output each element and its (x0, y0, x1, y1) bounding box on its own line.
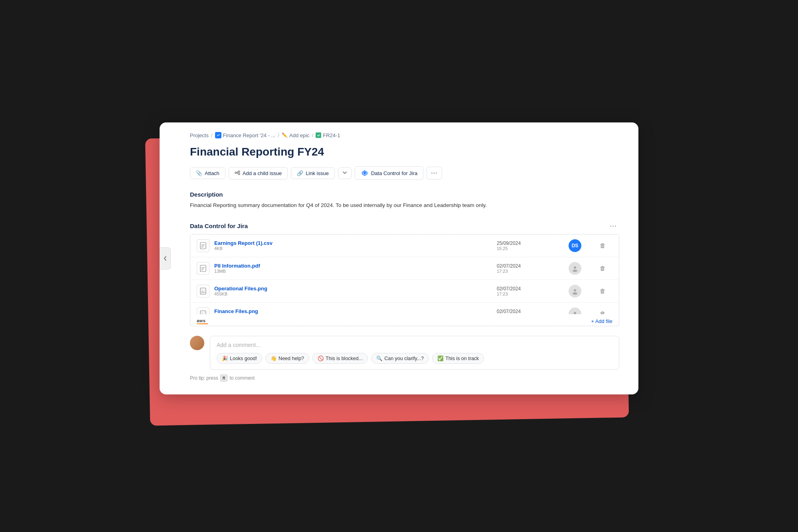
description-title: Description (190, 191, 619, 198)
delete-file-button[interactable]: 🗑 (593, 240, 612, 250)
svg-point-4 (238, 173, 240, 175)
main-card: Projects / Finance Report '24 - ... / ✏️… (160, 122, 638, 394)
file-size: 455KB (214, 292, 267, 296)
svg-rect-15 (200, 311, 206, 314)
comment-placeholder[interactable]: Add a comment... (217, 342, 612, 348)
file-date: 02/07/2024 (497, 309, 569, 314)
breadcrumb-sep-2: / (278, 132, 279, 138)
delete-file-button[interactable]: 🗑 (593, 286, 612, 296)
file-time: 15:25 (497, 246, 569, 251)
table-row: Earnings Report (1).csv 4KB 25/09/2024 1… (190, 234, 619, 257)
table-row: Operational Files.png 455KB 02/07/2024 1… (190, 280, 619, 303)
file-info: Finance Files.png 429KB (197, 307, 497, 314)
files-table: Earnings Report (1).csv 4KB 25/09/2024 1… (190, 234, 619, 327)
svg-rect-11 (200, 288, 206, 294)
pdf-file-icon (197, 262, 209, 275)
file-info: PII Information.pdf 13MB (197, 262, 497, 275)
svg-point-16 (202, 312, 203, 313)
data-control-button[interactable]: Data Control for Jira (355, 166, 423, 180)
description-text: Financial Reporting summary documentatio… (190, 201, 619, 210)
chip-blocked[interactable]: 🚫 This is blocked... (312, 353, 368, 364)
link-icon: 🔗 (297, 170, 303, 176)
breadcrumb-fr24[interactable]: FR24-1 (316, 132, 340, 138)
chip-need-help[interactable]: 👋 Need help? (265, 353, 309, 364)
avatar (569, 285, 581, 298)
dcj-header: Data Control for Jira ··· (190, 221, 619, 231)
file-date: 02/07/2024 (497, 286, 569, 292)
dcj-more-button[interactable]: ··· (607, 221, 619, 231)
avatar (569, 307, 581, 314)
toolbar: 📎 Attach Add a child issue (190, 166, 619, 180)
file-name[interactable]: Finance Files.png (214, 308, 258, 314)
chip-looks-good[interactable]: 🎉 Looks good! (217, 353, 262, 364)
svg-rect-8 (200, 265, 206, 272)
breadcrumb-projects[interactable]: Projects (190, 132, 209, 138)
add-child-icon (235, 170, 240, 177)
avatar-image (190, 336, 204, 350)
file-size: 13MB (214, 269, 260, 274)
file-name[interactable]: Operational Files.png (214, 286, 267, 292)
file-name[interactable]: Earnings Report (1).csv (214, 240, 273, 246)
add-file-button[interactable]: + Add file (591, 318, 612, 324)
delete-file-button[interactable]: 🗑 (593, 309, 612, 314)
svg-point-10 (573, 270, 577, 272)
chip-on-track[interactable]: ✅ This is on track (432, 353, 484, 364)
aws-underline (197, 323, 208, 325)
commenter-avatar (190, 336, 204, 350)
comment-chips: 🎉 Looks good! 👋 Need help? 🚫 This is blo… (217, 353, 612, 364)
svg-point-14 (573, 292, 577, 295)
need-help-emoji: 👋 (271, 355, 277, 361)
looks-good-emoji: 🎉 (222, 355, 228, 361)
breadcrumb-sep-1: / (211, 132, 213, 138)
fr24-icon (316, 132, 321, 138)
breadcrumb: Projects / Finance Report '24 - ... / ✏️… (190, 132, 619, 138)
table-row: PII Information.pdf 13MB 02/07/2024 17:2… (190, 257, 619, 280)
svg-point-9 (574, 266, 576, 269)
table-row: Finance Files.png 429KB 02/07/2024 17:23 (190, 303, 619, 314)
attach-icon: 📎 (196, 170, 202, 176)
svg-point-13 (574, 289, 576, 292)
svg-rect-7 (200, 242, 206, 249)
csv-file-icon (197, 239, 209, 252)
description-section: Description Financial Reporting summary … (190, 191, 619, 210)
on-track-emoji: ✅ (437, 355, 444, 361)
add-child-issue-button[interactable]: Add a child issue (229, 167, 288, 179)
dcj-title: Data Control for Jira (190, 223, 248, 229)
avatar: DS (569, 239, 581, 252)
file-size: 4KB (214, 246, 273, 251)
sidebar-toggle-button[interactable] (160, 247, 171, 270)
aws-logo: aws (197, 318, 208, 325)
dropdown-button[interactable] (338, 167, 352, 179)
png-file-icon-2 (197, 307, 209, 314)
files-footer: aws + Add file (190, 314, 619, 326)
breadcrumb-add-epic[interactable]: ✏️ Add epic (282, 132, 310, 138)
svg-rect-1 (316, 133, 320, 137)
file-date: 02/07/2024 (497, 263, 569, 269)
clarify-emoji: 🔍 (376, 355, 383, 361)
content-area: Projects / Finance Report '24 - ... / ✏️… (171, 122, 638, 394)
file-date: 25/09/2024 (497, 240, 569, 246)
comment-section: Add a comment... 🎉 Looks good! 👋 Need he… (190, 336, 619, 370)
more-options-button[interactable]: ··· (427, 167, 442, 179)
svg-point-2 (235, 172, 237, 173)
svg-point-3 (238, 171, 240, 172)
page-title: Financial Reporting FY24 (190, 146, 619, 158)
attach-button[interactable]: 📎 Attach (190, 167, 225, 179)
breadcrumb-sep-3: / (312, 132, 314, 138)
delete-file-button[interactable]: 🗑 (593, 263, 612, 273)
pencil-icon: ✏️ (282, 132, 288, 138)
svg-point-17 (574, 312, 576, 314)
chip-clarify[interactable]: 🔍 Can you clarify...? (371, 353, 429, 364)
file-info: Operational Files.png 455KB (197, 285, 497, 298)
avatar (569, 262, 581, 275)
link-issue-button[interactable]: 🔗 Link issue (291, 167, 335, 179)
file-name[interactable]: PII Information.pdf (214, 263, 260, 269)
breadcrumb-finance[interactable]: Finance Report '24 - ... (215, 132, 276, 138)
file-info: Earnings Report (1).csv 4KB (197, 239, 497, 252)
files-scroll-area[interactable]: Earnings Report (1).csv 4KB 25/09/2024 1… (190, 234, 619, 314)
keyboard-shortcut: M (220, 374, 227, 382)
file-time: 17:23 (497, 269, 569, 274)
png-file-icon (197, 285, 209, 298)
finance-report-icon (215, 132, 221, 138)
comment-box[interactable]: Add a comment... 🎉 Looks good! 👋 Need he… (210, 336, 619, 370)
